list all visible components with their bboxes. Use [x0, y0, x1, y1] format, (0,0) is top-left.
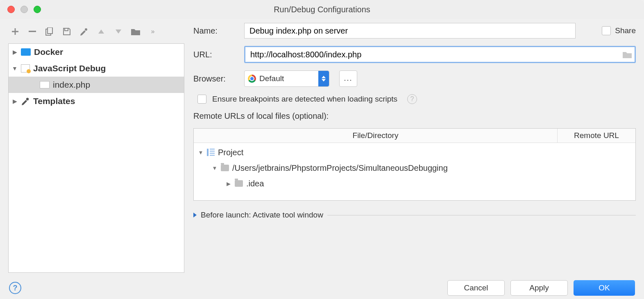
help-icon[interactable]: ? [407, 94, 417, 104]
cancel-button[interactable]: Cancel [447, 280, 505, 296]
folder-icon[interactable] [131, 27, 140, 36]
tree-item-templates[interactable]: ▶ Templates [9, 93, 184, 109]
wrench-icon [21, 97, 30, 106]
svg-rect-3 [65, 28, 68, 31]
remote-section-label: Remote URLs of local files (optional): [193, 111, 636, 121]
apply-button[interactable]: Apply [510, 280, 568, 296]
table-row[interactable]: ▼ /Users/jetbrains/PhpstormProjects/Simu… [194, 160, 635, 176]
divider [327, 215, 636, 215]
folder-icon [221, 165, 229, 171]
url-field-wrap [244, 46, 636, 63]
share-label: Share [615, 26, 636, 35]
browse-folder-icon[interactable] [620, 51, 635, 58]
remote-table: File/Directory Remote URL ▼ Project ▼ /U… [193, 128, 636, 201]
col-file-directory[interactable]: File/Directory [194, 129, 558, 143]
name-row: Name: Share [193, 23, 636, 39]
url-input[interactable] [245, 47, 620, 62]
table-row[interactable]: ▶ .idea [194, 176, 635, 191]
js-debug-icon [21, 64, 30, 72]
chevron-down-icon: ▼ [198, 150, 204, 156]
tree-label: Templates [33, 96, 75, 106]
before-launch-row[interactable]: Before launch: Activate tool window [193, 211, 636, 220]
svg-rect-0 [29, 31, 36, 32]
chrome-icon [248, 75, 256, 83]
browser-row: Browser: Default ... [193, 70, 636, 87]
browser-label: Browser: [193, 74, 238, 84]
config-toolbar: » [8, 23, 184, 40]
col-remote-url[interactable]: Remote URL [558, 129, 635, 143]
svg-point-5 [26, 98, 29, 100]
chevron-right-icon: ▶ [12, 49, 18, 55]
right-panel: Name: Share URL: Browser: Default ... [189, 19, 644, 277]
chevron-down-icon: ▼ [212, 165, 218, 171]
share-checkbox[interactable] [602, 26, 611, 35]
remote-table-header: File/Directory Remote URL [194, 129, 635, 143]
config-tree[interactable]: ▶ Docker ▼ JavaScript Debug index.php ▶ … [8, 43, 184, 273]
move-up-icon[interactable] [97, 27, 106, 36]
remove-icon[interactable] [28, 27, 37, 36]
browser-value: Default [259, 74, 284, 83]
settings-icon[interactable] [79, 27, 88, 36]
file-icon [40, 81, 50, 88]
tree-item-js-debug[interactable]: ▼ JavaScript Debug [9, 60, 184, 77]
save-icon[interactable] [62, 27, 71, 36]
chevron-right-icon: ▶ [226, 181, 231, 187]
row-label: .idea [246, 179, 264, 188]
ensure-label: Ensure breakpoints are detected when loa… [212, 95, 397, 104]
row-label: /Users/jetbrains/PhpstormProjects/Simult… [232, 163, 448, 173]
chevron-down-icon: ▼ [12, 65, 18, 72]
name-label: Name: [193, 26, 238, 36]
url-label: URL: [193, 50, 238, 59]
url-row: URL: [193, 46, 636, 63]
tree-label: JavaScript Debug [33, 63, 106, 73]
tree-label: index.php [53, 80, 90, 90]
row-label: Project [218, 148, 243, 157]
window-title: Run/Debug Configurations [0, 5, 644, 14]
svg-rect-2 [48, 27, 52, 34]
copy-icon[interactable] [45, 27, 54, 36]
folder-icon [235, 180, 243, 187]
share-group: Share [602, 26, 636, 35]
select-arrows-icon [318, 71, 329, 86]
chevron-right-icon: ▶ [12, 98, 18, 104]
docker-icon [21, 48, 31, 56]
browser-more-button[interactable]: ... [339, 70, 357, 87]
add-icon[interactable] [11, 27, 20, 36]
tree-item-index-php[interactable]: index.php [9, 77, 184, 93]
ensure-checkbox[interactable] [197, 95, 206, 104]
titlebar: Run/Debug Configurations [0, 0, 644, 19]
help-button[interactable]: ? [9, 282, 21, 294]
tree-item-docker[interactable]: ▶ Docker [9, 44, 184, 60]
table-row[interactable]: ▼ Project [194, 145, 635, 160]
project-icon [207, 149, 215, 156]
disclosure-triangle-icon [193, 213, 197, 217]
browser-select[interactable]: Default [244, 70, 329, 87]
move-down-icon[interactable] [114, 27, 123, 36]
svg-point-4 [85, 28, 87, 31]
tree-label: Docker [34, 47, 63, 57]
name-input[interactable] [244, 23, 576, 39]
dialog-footer: ? Cancel Apply OK [0, 277, 644, 299]
ensure-row: Ensure breakpoints are detected when loa… [193, 94, 636, 104]
left-panel: » ▶ Docker ▼ JavaScript Debug index.php … [0, 19, 189, 277]
before-launch-label: Before launch: Activate tool window [201, 211, 323, 220]
ok-button[interactable]: OK [574, 280, 635, 296]
expand-icon[interactable]: » [148, 27, 157, 36]
remote-table-body: ▼ Project ▼ /Users/jetbrains/PhpstormPro… [194, 143, 635, 200]
